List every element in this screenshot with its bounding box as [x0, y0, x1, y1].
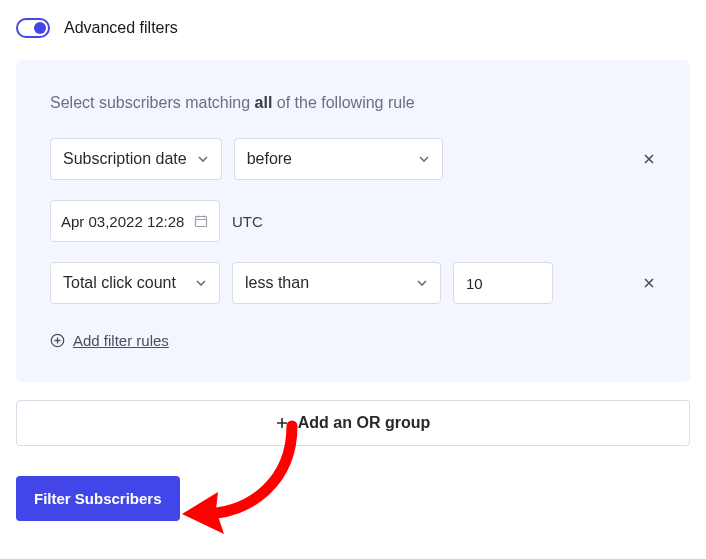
remove-rule-button[interactable] — [642, 152, 656, 166]
chevron-down-icon — [195, 277, 207, 289]
date-input[interactable]: Apr 03,2022 12:28 — [50, 200, 220, 242]
field-select-value: Subscription date — [63, 150, 187, 168]
field-select[interactable]: Subscription date — [50, 138, 222, 180]
add-or-group-button[interactable]: Add an OR group — [16, 400, 690, 446]
advanced-filters-label: Advanced filters — [64, 19, 178, 37]
filter-panel: Select subscribers matching all of the f… — [16, 60, 690, 382]
toggle-knob — [34, 22, 46, 34]
panel-title-suffix: of the following rule — [272, 94, 414, 111]
add-filter-rules-label: Add filter rules — [73, 332, 169, 349]
rule-row: Total click count less than 10 — [50, 262, 656, 304]
calendar-icon — [194, 214, 208, 228]
panel-title: Select subscribers matching all of the f… — [50, 94, 656, 112]
date-input-value: Apr 03,2022 12:28 — [61, 213, 184, 230]
timezone-label: UTC — [232, 213, 263, 230]
filter-subscribers-button[interactable]: Filter Subscribers — [16, 476, 180, 521]
operator-select[interactable]: less than — [232, 262, 441, 304]
add-or-group-label: Add an OR group — [298, 414, 430, 432]
rule-value-row: Apr 03,2022 12:28 UTC — [50, 200, 656, 242]
operator-select-value: less than — [245, 274, 309, 292]
panel-title-bold: all — [255, 94, 273, 111]
remove-rule-button[interactable] — [642, 276, 656, 290]
panel-title-prefix: Select subscribers matching — [50, 94, 255, 111]
operator-select[interactable]: before — [234, 138, 443, 180]
operator-select-value: before — [247, 150, 292, 168]
field-select-value: Total click count — [63, 274, 176, 292]
chevron-down-icon — [416, 277, 428, 289]
add-filter-rules-button[interactable]: Add filter rules — [50, 332, 169, 349]
advanced-filters-toggle[interactable] — [16, 18, 50, 38]
rule-row: Subscription date before — [50, 138, 656, 180]
value-input[interactable]: 10 — [453, 262, 553, 304]
field-select[interactable]: Total click count — [50, 262, 220, 304]
svg-rect-0 — [196, 217, 207, 227]
value-input-text: 10 — [466, 275, 483, 292]
plus-icon — [276, 417, 288, 429]
chevron-down-icon — [197, 153, 209, 165]
advanced-filters-toggle-row: Advanced filters — [16, 18, 690, 38]
filter-subscribers-label: Filter Subscribers — [34, 490, 162, 507]
plus-circle-icon — [50, 333, 65, 348]
chevron-down-icon — [418, 153, 430, 165]
